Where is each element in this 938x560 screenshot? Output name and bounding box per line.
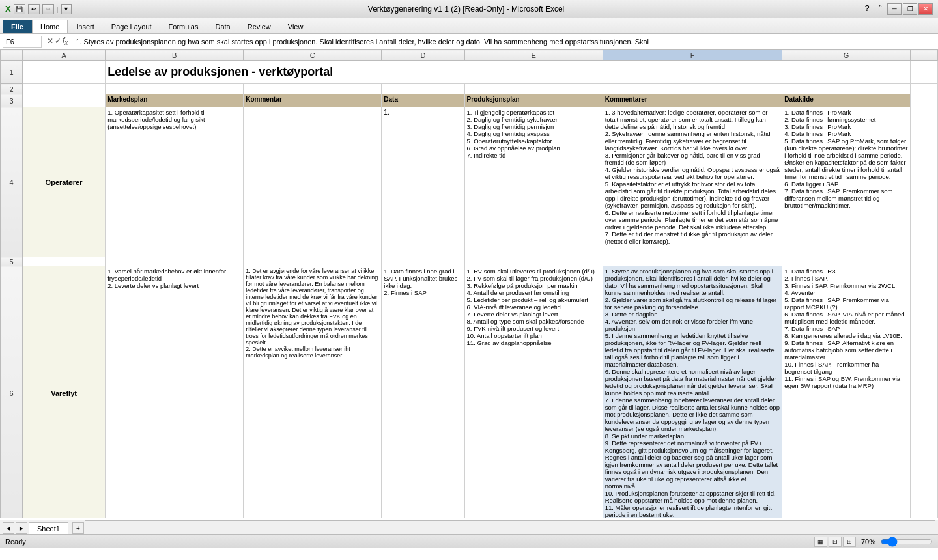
status-right: ▦ ⊡ ⊞ 70% <box>814 537 933 547</box>
window-controls[interactable]: ? ^ ─ ❐ ✕ <box>861 3 933 15</box>
cell-C4[interactable] <box>244 107 382 257</box>
formula-input[interactable]: 1. Styres av produksjonsplanen og hva so… <box>73 37 935 46</box>
confirm-formula-icon[interactable]: ✓ <box>55 36 61 46</box>
minimize-button[interactable]: ─ <box>887 3 902 15</box>
cell-G4[interactable]: 1. Data finnes i ProMark 2. Data finnes … <box>782 107 910 257</box>
col-header-B[interactable]: B <box>106 50 244 61</box>
cell-D4[interactable]: 1. <box>382 107 464 257</box>
formula-bar: ✕ ✓ fx 1. Styres av produksjonsplanen og… <box>0 34 938 49</box>
cell-A5[interactable] <box>22 257 105 266</box>
cell-D2[interactable] <box>382 84 464 94</box>
cell-B5[interactable] <box>106 257 244 266</box>
view-buttons[interactable]: ▦ ⊡ ⊞ <box>814 537 856 547</box>
cell-B4[interactable]: 1. Operatørkapasitet sett i forhold til … <box>106 107 244 257</box>
cell-H6[interactable] <box>910 266 937 519</box>
tab-insert[interactable]: Insert <box>68 20 103 33</box>
tab-formulas[interactable]: Formulas <box>160 20 207 33</box>
title-bar: X 💾 ↩ ↪ | ▼ Verktøygenerering v1 1 (2) [… <box>0 0 938 18</box>
cell-E5[interactable] <box>464 257 603 266</box>
cell-H3[interactable] <box>910 94 937 107</box>
insert-function-icon[interactable]: fx <box>63 36 68 46</box>
tab-review[interactable]: Review <box>239 20 279 33</box>
cell-E6[interactable]: 1. RV som skal utleveres til produksjone… <box>464 266 603 519</box>
add-sheet-btn[interactable]: + <box>72 522 84 534</box>
row-header-2[interactable]: 2 <box>1 84 23 94</box>
cell-G3-datakilde[interactable]: Datakilde <box>782 94 910 107</box>
cell-D6[interactable]: 1. Data finnes i noe grad i SAP. Funksjo… <box>382 266 464 519</box>
cell-reference-box[interactable] <box>3 36 42 48</box>
cell-F2[interactable] <box>603 84 782 94</box>
cell-E4[interactable]: 1. Tilgjengelig operatørkapasitet 2. Dag… <box>464 107 603 257</box>
col-header-H[interactable] <box>910 50 937 61</box>
cell-G5[interactable] <box>782 257 910 266</box>
col-header-corner <box>1 50 23 61</box>
tab-page-layout[interactable]: Page Layout <box>103 20 160 33</box>
status-text: Ready <box>5 538 26 546</box>
col-header-F[interactable]: F <box>603 50 782 61</box>
cell-B6[interactable]: 1. Varsel når markedsbehov er økt innenf… <box>106 266 244 519</box>
cell-E2[interactable] <box>464 84 603 94</box>
quick-access-separator: | <box>57 5 59 13</box>
row-header-1[interactable]: 1 <box>1 61 23 84</box>
maximize-button[interactable]: ❐ <box>903 3 917 15</box>
cell-H2[interactable] <box>910 84 937 94</box>
sheet-tabs: ◄ ► Sheet1 + <box>0 520 938 534</box>
cell-C3-kommentar[interactable]: Kommentar <box>244 94 382 107</box>
cell-B1-title[interactable]: Ledelse av produksjonen - verktøyportal <box>106 61 910 84</box>
cancel-formula-icon[interactable]: ✕ <box>47 36 53 46</box>
tab-file[interactable]: File <box>3 20 32 33</box>
cell-C6[interactable]: 1. Det er avgjørende for våre leveranser… <box>244 266 382 519</box>
cell-E3-produksjonsplan[interactable]: Produksjonsplan <box>464 94 603 107</box>
sheet-nav-left[interactable]: ◄ <box>3 522 14 534</box>
cell-H5[interactable] <box>910 257 937 266</box>
row-header-6[interactable]: 6 <box>1 266 23 519</box>
col-header-C[interactable]: C <box>244 50 382 61</box>
view-normal-btn[interactable]: ▦ <box>814 537 827 547</box>
row-header-3[interactable]: 3 <box>1 94 23 107</box>
cell-F5[interactable] <box>603 257 782 266</box>
scroll-area[interactable]: A B C D E F G 1 Ledelse av produksjonen … <box>0 49 938 518</box>
formula-icons: ✕ ✓ fx <box>44 36 70 46</box>
save-btn[interactable]: 💾 <box>14 4 25 14</box>
col-header-D[interactable]: D <box>382 50 464 61</box>
tab-view[interactable]: View <box>279 20 312 33</box>
redo-btn[interactable]: ↪ <box>42 4 54 14</box>
view-layout-btn[interactable]: ⊡ <box>829 537 842 547</box>
cell-D3-data[interactable]: Data <box>382 94 464 107</box>
col-header-E[interactable]: E <box>464 50 603 61</box>
zoom-slider[interactable] <box>881 537 933 547</box>
cell-A6-vareflyt[interactable]: Vareflyt <box>22 266 105 519</box>
cell-G6[interactable]: 1. Data finnes i R3 2. Finnes i SAP. 3. … <box>782 266 910 519</box>
cell-A1[interactable] <box>22 61 105 84</box>
cell-F6-selected[interactable]: 1. Styres av produksjonsplanen og hva so… <box>603 266 782 519</box>
cell-G2[interactable] <box>782 84 910 94</box>
help-icon[interactable]: ? <box>861 3 874 15</box>
row-header-4[interactable]: 4 <box>1 107 23 257</box>
sheet-tab-sheet1[interactable]: Sheet1 <box>29 522 68 534</box>
cell-H4[interactable] <box>910 107 937 257</box>
cell-D5[interactable] <box>382 257 464 266</box>
view-pagebreak-btn[interactable]: ⊞ <box>843 537 856 547</box>
cell-C5[interactable] <box>244 257 382 266</box>
cell-A4-operatorer[interactable]: Operatører <box>22 107 105 257</box>
col-header-G[interactable]: G <box>782 50 910 61</box>
col-header-A[interactable]: A <box>22 50 105 61</box>
sheet-nav-right[interactable]: ► <box>16 522 27 534</box>
quick-access-toolbar[interactable]: X 💾 ↩ ↪ | ▼ <box>5 4 72 14</box>
cell-H1[interactable] <box>910 61 937 84</box>
cell-A3[interactable] <box>22 94 105 107</box>
cell-F4[interactable]: 1. 3 hovedalternativer: ledige operatøre… <box>603 107 782 257</box>
ribbon-bar: File Home Insert Page Layout Formulas Da… <box>0 18 938 34</box>
row-header-5[interactable]: 5 <box>1 257 23 266</box>
ribbon-minimize-icon[interactable]: ^ <box>875 3 886 15</box>
cell-C2[interactable] <box>244 84 382 94</box>
tab-home[interactable]: Home <box>32 20 68 33</box>
undo-btn[interactable]: ↩ <box>28 4 40 14</box>
tab-data[interactable]: Data <box>206 20 238 33</box>
cell-A2[interactable] <box>22 84 105 94</box>
cell-F3-kommentarer[interactable]: Kommentarer <box>603 94 782 107</box>
cell-B2[interactable] <box>106 84 244 94</box>
close-button[interactable]: ✕ <box>918 3 933 15</box>
cell-B3-markedsplan[interactable]: Markedsplan <box>106 94 244 107</box>
customize-btn[interactable]: ▼ <box>61 4 72 14</box>
